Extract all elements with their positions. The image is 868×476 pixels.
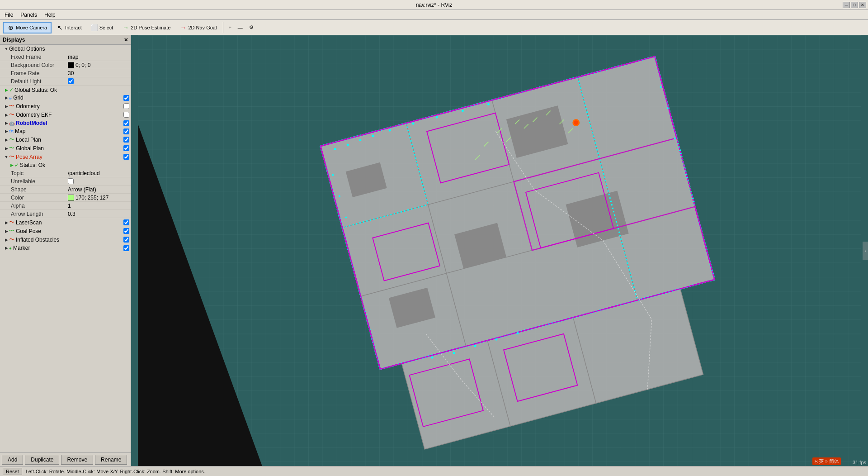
arrow-length-row: Arrow Length 0.3 [0,210,131,218]
robotmodel-checkbox[interactable] [123,120,129,126]
global-plan-checkbox[interactable] [123,145,129,151]
frame-rate-row: Frame Rate 30 [0,69,131,77]
add-button[interactable]: Add [2,455,23,465]
odometry-icon: 〜 [9,102,14,110]
global-plan-row[interactable]: ▶ 〜 Global Plan [0,144,131,152]
odometry-ekf-checkbox-cell [122,112,131,118]
unreliable-value [68,178,131,184]
reset-button[interactable]: Reset [3,468,22,475]
minimize-button[interactable]: ─ [843,2,850,8]
goal-pose-row[interactable]: ▶ 〜 Goal Pose [0,227,131,235]
color-value: 170; 255; 127 [68,195,131,201]
menu-panels[interactable]: Panels [18,11,40,19]
topic-value: /particlecloud [68,170,131,176]
odometry-arrow: ▶ [4,104,9,109]
grid-checkbox[interactable] [123,95,129,101]
local-plan-row[interactable]: ▶ 〜 Local Plan [0,135,131,144]
remove-button[interactable]: Remove [61,455,93,465]
interact-icon: ↖ [57,24,64,31]
status-hint: Left-Click: Rotate. Middle-Click: Move X… [26,469,205,474]
interact-button[interactable]: ↖ Interact [52,22,86,33]
map-visualization [131,35,868,466]
odometry-row[interactable]: ▶ 〜 Odometry [0,102,131,110]
minus-icon-button[interactable]: — [235,22,245,33]
pose-array-row[interactable]: ▼ 〜 Pose Array [0,152,131,161]
global-options-row[interactable]: ▼ Global Options [0,45,131,53]
map-icon: 🗺 [9,129,14,134]
close-button[interactable]: ✕ [859,2,866,8]
titlebar: nav.rviz* - RViz ─ □ ✕ [0,0,868,10]
viewport-expand-button[interactable]: › [863,242,868,260]
duplicate-button[interactable]: Duplicate [25,455,59,465]
odometry-ekf-checkbox[interactable] [123,112,129,118]
menubar: File Panels Help [0,10,868,20]
displays-content[interactable]: ▼ Global Options Fixed Frame map Backgro… [0,45,131,452]
robotmodel-icon: 🤖 [9,121,14,126]
pose-array-checkbox[interactable] [123,154,129,160]
pose-array-status-label: Status: Ok [20,162,131,168]
default-light-checkbox[interactable] [68,78,74,84]
marker-checkbox[interactable] [123,245,129,251]
pose-array-status-row[interactable]: ▶ ✓ Status: Ok [0,161,131,169]
plus-icon: + [228,25,231,30]
displays-close-icon[interactable]: ✕ [124,37,128,43]
global-status-row[interactable]: ▶ ✓ Global Status: Ok [0,86,131,94]
frame-rate-label: Frame Rate [9,70,68,76]
menu-help[interactable]: Help [42,11,58,19]
local-plan-checkbox-cell [122,137,131,143]
select-icon: ⬜ [91,24,98,31]
laserscan-arrow: ▶ [4,220,9,225]
laserscan-row[interactable]: ▶ 〜 LaserScan [0,218,131,227]
map-checkbox[interactable] [123,129,129,134]
statusbar: Reset Left-Click: Rotate. Middle-Click: … [0,466,868,476]
background-color-swatch[interactable] [68,62,74,68]
laserscan-checkbox[interactable] [123,219,129,225]
global-plan-arrow: ▶ [4,146,9,151]
nav-goal-button[interactable]: → 2D Nav Goal [175,22,221,33]
unreliable-checkbox[interactable] [68,178,74,184]
fixed-frame-value: map [68,54,131,60]
arrow-length-value: 0.3 [68,211,131,217]
local-plan-label: Local Plan [16,137,122,143]
odometry-ekf-row[interactable]: ▶ 〜 Odometry EKF [0,110,131,119]
unreliable-row: Unreliable [0,177,131,186]
pose-estimate-button[interactable]: → 2D Pose Estimate [118,22,175,33]
select-button[interactable]: ⬜ Select [87,22,118,33]
inflated-obstacles-checkbox[interactable] [123,237,129,243]
robotmodel-arrow: ▶ [4,120,9,126]
grid-row[interactable]: ▶ # Grid [0,94,131,102]
pose-status-arrow: ▶ [9,162,14,168]
global-plan-checkbox-cell [122,145,131,151]
goal-pose-checkbox[interactable] [123,228,129,234]
local-plan-checkbox[interactable] [123,137,129,143]
move-camera-button[interactable]: ⊕ Move Camera [3,22,52,33]
global-options-arrow: ▼ [4,46,9,52]
ime-icon: S [814,459,817,464]
laserscan-icon: 〜 [9,219,14,226]
nav-goal-icon: → [179,24,187,31]
rename-button[interactable]: Rename [95,455,127,465]
marker-label: Marker [13,245,122,251]
marker-arrow: ▶ [4,245,9,251]
marker-row[interactable]: ▶ ● Marker [0,244,131,252]
inflated-obstacles-row[interactable]: ▶ 〜 Inflated Obstacles [0,235,131,244]
menu-file[interactable]: File [2,11,16,19]
maximize-button[interactable]: □ [851,2,858,8]
goal-pose-checkbox-cell [122,228,131,234]
alpha-row: Alpha 1 [0,202,131,210]
global-status-check-icon: ✓ [9,87,14,93]
shape-row: Shape Arrow (Flat) [0,186,131,194]
viewport[interactable]: › 31 fps S 英 » 简体 [131,35,868,466]
settings-icon-button[interactable]: ⚙ [246,22,256,33]
color-swatch[interactable] [68,195,74,201]
add-icon-button[interactable]: + [226,22,234,33]
move-camera-icon: ⊕ [7,24,14,31]
window-title: nav.rviz* - RViz [416,2,453,8]
goal-pose-label: Goal Pose [16,228,122,234]
odometry-checkbox[interactable] [123,103,129,109]
map-row[interactable]: ▶ 🗺 Map [0,127,131,135]
ime-text: 英 » 简体 [819,458,839,465]
topic-row: Topic /particlecloud [0,169,131,177]
robotmodel-row[interactable]: ▶ 🤖 RobotModel [0,119,131,127]
grid-checkbox-cell [122,95,131,101]
